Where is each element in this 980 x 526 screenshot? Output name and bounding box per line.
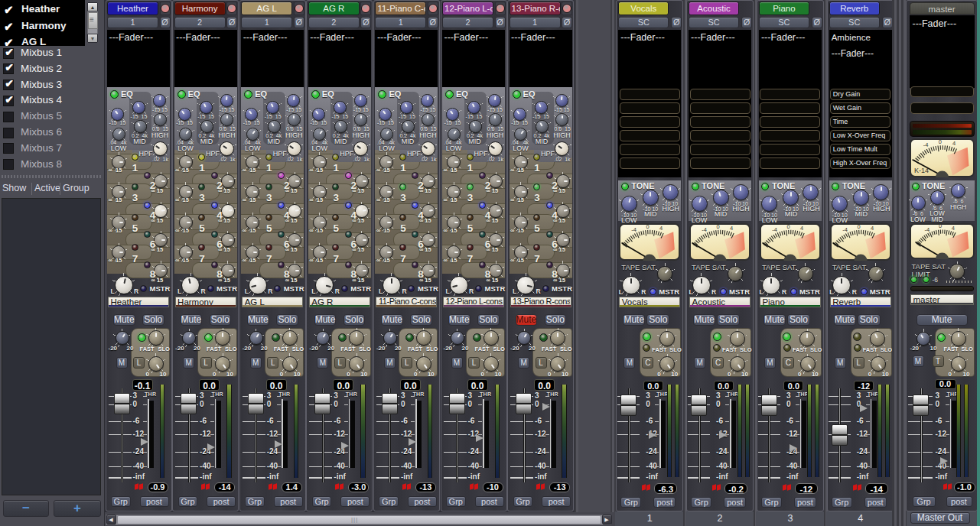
svg-text:4: 4 — [952, 140, 956, 147]
svg-text:4: 4 — [951, 224, 954, 231]
svg-text:K-14: K-14 — [914, 167, 929, 174]
svg-text:0: 0 — [938, 138, 941, 145]
svg-text:0: 0 — [646, 223, 650, 230]
svg-text:-4: -4 — [631, 226, 637, 233]
svg-text:4: 4 — [871, 224, 874, 231]
svg-text:-4: -4 — [772, 226, 777, 233]
svg-text:4: 4 — [659, 224, 663, 231]
svg-text:0: 0 — [857, 223, 860, 230]
svg-text:-4: -4 — [923, 141, 928, 148]
svg-text:4: 4 — [730, 224, 733, 231]
svg-text:-4: -4 — [842, 226, 848, 233]
svg-text:-4: -4 — [924, 226, 930, 232]
svg-text:0: 0 — [939, 223, 942, 229]
svg-text:-4: -4 — [702, 226, 707, 233]
svg-text:0: 0 — [786, 223, 790, 230]
svg-text:0: 0 — [717, 223, 720, 230]
svg-text:4: 4 — [800, 224, 803, 231]
